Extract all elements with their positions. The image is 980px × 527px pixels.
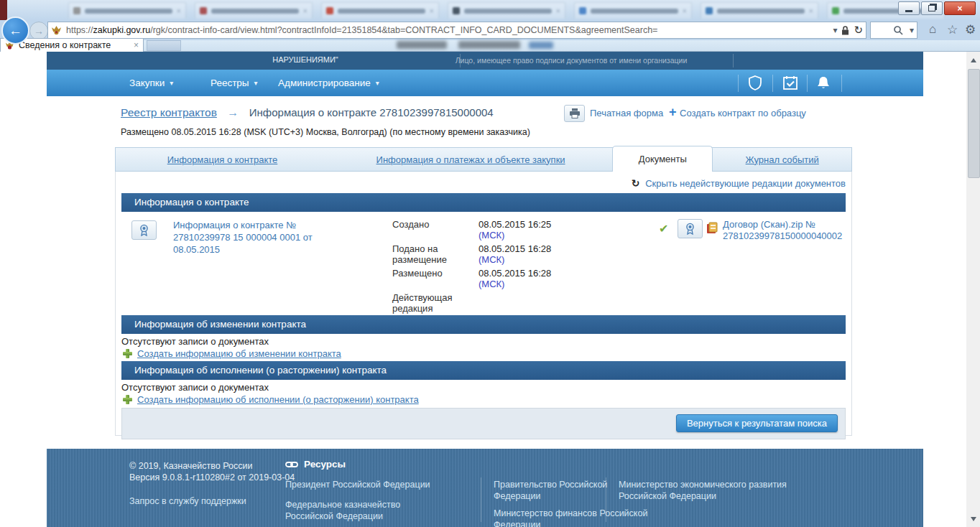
msk-timezone-link[interactable]: (МСК) — [479, 230, 551, 241]
url-dropdown-icon[interactable]: ▾ — [833, 25, 837, 35]
create-contract-by-template-link[interactable]: Создать контракт по образцу — [680, 108, 806, 118]
restore-icon — [928, 5, 935, 11]
page-viewport: НАРУШЕНИЯМИ" Лицо, имеющее право подписи… — [0, 52, 980, 527]
scroll-down-icon — [971, 517, 976, 521]
tab-favicon — [326, 7, 333, 14]
background-tab[interactable]: × — [321, 2, 439, 19]
background-tab[interactable]: × — [448, 2, 565, 19]
hide-inactive-revisions-link[interactable]: Скрыть недействующие редакции документов — [645, 178, 846, 189]
divider — [481, 477, 481, 522]
footer-link-finance-ministry[interactable]: Министерство финансов Российской Федерац… — [494, 508, 666, 527]
contract-info-document-link[interactable]: Информация о контракте № 27810239978 15 … — [173, 219, 354, 256]
green-plus-icon — [123, 349, 132, 358]
shield-icon[interactable] — [748, 75, 764, 90]
scroll-up-button[interactable] — [966, 53, 980, 67]
msk-timezone-link[interactable]: (МСК) — [479, 279, 551, 289]
vertical-scrollbar[interactable] — [966, 52, 980, 527]
search-dropdown-icon[interactable]: ▾ — [910, 25, 914, 35]
tab-close-icon[interactable]: × — [177, 6, 181, 15]
refresh-icon[interactable]: ↻ — [854, 24, 863, 37]
create-execution-info-row: Создать информацию об исполнении (о раст… — [123, 394, 846, 405]
contract-document-row: Информация о контракте № 27810239978 15 … — [121, 216, 846, 314]
bell-icon[interactable] — [815, 75, 831, 90]
restore-button[interactable] — [921, 1, 943, 15]
background-tab[interactable]: × — [701, 2, 818, 19]
divider — [772, 75, 773, 92]
address-bar[interactable]: https://zakupki.gov.ru/rgk/contract-info… — [47, 22, 866, 39]
contract-scan-zip-link[interactable]: Договор (Скан).zip № 2781023997815000004… — [723, 219, 846, 242]
blurred-text-blob — [397, 41, 447, 49]
document-fields: Создано 08.05.2015 16:25(МСК) Подано на … — [392, 219, 615, 317]
link-chain-icon — [285, 460, 298, 469]
signature-badge-button[interactable] — [131, 220, 157, 240]
signer-role-text: Лицо, имеющее право подписи документов о… — [449, 56, 693, 65]
printer-icon — [569, 108, 581, 118]
settings-gear-icon[interactable]: ⚙ — [965, 22, 976, 37]
search-input[interactable]: ▾ — [870, 22, 917, 39]
scrollbar-thumb[interactable] — [968, 69, 980, 178]
tab-close-icon[interactable]: × — [303, 6, 308, 15]
tab-favicon — [453, 7, 460, 14]
search-icon[interactable] — [893, 25, 903, 35]
msk-timezone-link[interactable]: (МСК) — [479, 254, 551, 265]
new-tab-button[interactable] — [147, 40, 181, 51]
footer-link-treasury[interactable]: Федеральное казначейство Российской Феде… — [285, 499, 436, 522]
field-placed: Размещено 08.05.2015 16:28(МСК) — [392, 268, 615, 289]
divider — [733, 54, 734, 67]
breadcrumb-current: Информация о контракте 27810239978150000… — [249, 106, 494, 118]
lock-icon — [841, 26, 849, 35]
back-button[interactable]: ← — [1, 17, 29, 45]
home-icon[interactable]: ⌂ — [929, 22, 936, 37]
tab-close-icon[interactable]: × — [809, 6, 813, 15]
create-execution-info-link[interactable]: Создать информацию об исполнении (о раст… — [137, 394, 419, 405]
tab-favicon — [579, 7, 586, 14]
footer-copyright-block: © 2019, Казначейство России Версия 9.0.8… — [129, 460, 295, 483]
calendar-check-icon[interactable] — [782, 75, 798, 90]
signature-badge-button[interactable] — [678, 219, 703, 238]
breadcrumb: Реестр контрактов → Информация о контрак… — [121, 106, 494, 119]
browser-window: × × × × × × × × ← → https://zakupki.gov.… — [0, 0, 980, 527]
nav-item-registries[interactable]: Реестры▾ — [211, 70, 258, 96]
background-tab[interactable]: × — [574, 2, 692, 19]
print-form-link[interactable]: Печатная форма — [590, 108, 663, 118]
placement-datetime-line: Размещено 08.05.2015 16:28 (MSK (UTC+3) … — [121, 127, 530, 137]
scroll-down-button[interactable] — [966, 512, 980, 526]
minimize-button[interactable] — [898, 1, 920, 15]
nav-item-administration[interactable]: Администрирование▾ — [278, 70, 379, 96]
documents-panel: ↻ Скрыть недействующие редакции документ… — [115, 172, 852, 436]
field-submitted: Подано на размещение 08.05.2015 16:28(МС… — [392, 243, 615, 265]
breadcrumb-link-contract-registry[interactable]: Реестр контрактов — [121, 106, 217, 118]
tab-payments-info[interactable]: Информация о платежах и объекте закупки — [329, 148, 612, 171]
tab-close-icon[interactable]: × — [556, 6, 560, 15]
titlebar: × × × × × × × × — [0, 0, 980, 20]
forward-icon: → — [34, 25, 44, 37]
green-check-icon: ✔ — [659, 222, 668, 235]
create-change-info-link[interactable]: Создать информацию об изменении контракт… — [137, 348, 341, 359]
nav-item-purchases[interactable]: Закупки▾ — [129, 70, 173, 96]
organization-name-fragment: НАРУШЕНИЯМИ" — [255, 55, 356, 64]
support-request-link[interactable]: Запрос в службу поддержки — [129, 496, 246, 506]
no-documents-text: Отсутствуют записи о документах — [121, 336, 846, 347]
divider — [738, 75, 739, 92]
tab-close-icon[interactable]: × — [430, 6, 434, 15]
chevron-down-icon: ▾ — [170, 79, 173, 87]
chevron-down-icon: ▾ — [376, 79, 379, 87]
background-tab[interactable]: × — [68, 2, 186, 19]
tab-contract-info[interactable]: Информация о контракте — [116, 148, 329, 171]
background-tab[interactable]: × — [195, 2, 313, 19]
tab-event-log[interactable]: Журнал событий — [713, 148, 851, 171]
page-tabs: Информация о контракте Информация о плат… — [115, 147, 852, 172]
print-button[interactable] — [564, 105, 585, 122]
footer-link-economic-development-ministry[interactable]: Министерство экономического развития Рос… — [619, 479, 827, 502]
favorites-star-icon[interactable]: ☆ — [947, 22, 958, 37]
divider — [807, 75, 808, 92]
tab-close-icon[interactable]: × — [134, 40, 139, 50]
back-to-results-button[interactable]: Вернуться к результатам поиска — [676, 414, 838, 432]
tab-documents-active[interactable]: Документы — [612, 146, 713, 172]
background-tabs-blurred[interactable]: × × × × × × × — [68, 2, 945, 18]
tab-close-icon[interactable]: × — [683, 6, 687, 15]
tab-favicon — [73, 7, 80, 14]
footer-link-president[interactable]: Президент Российской Федерации — [285, 479, 458, 490]
blurred-text-blob — [458, 41, 520, 49]
close-button[interactable]: × — [944, 1, 976, 15]
